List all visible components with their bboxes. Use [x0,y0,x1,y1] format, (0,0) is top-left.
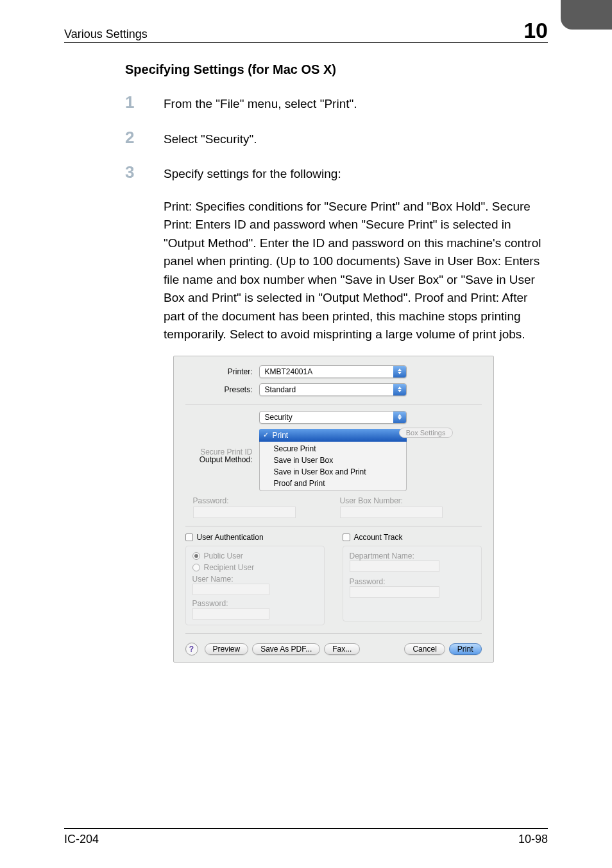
output-method-option[interactable]: Save in User Box [260,455,406,466]
divider [185,633,482,634]
account-track-password-input[interactable] [350,586,439,598]
header-section-title: Various Settings [64,28,148,41]
user-auth-label: User Authentication [197,533,264,542]
printer-select[interactable]: KMBT24001A [259,365,407,378]
account-track-panel: Department Name: Password: [343,546,482,621]
public-user-label: Public User [204,551,243,560]
account-track-label: Account Track [354,533,403,542]
user-box-number-label: User Box Number: [340,496,474,505]
preview-button[interactable]: Preview [205,643,249,655]
step-number: 1 [125,92,164,112]
output-method-selected: Print [273,431,289,440]
page-footer: IC-204 10-98 [64,828,548,846]
footer-right: 10-98 [518,833,548,846]
footer-left: IC-204 [64,833,99,846]
password-label: Password: [192,599,318,608]
header-chapter-number: 10 [523,19,548,41]
output-method-options: Secure Print Save in User Box Save in Us… [259,442,407,491]
password-label: Password: [350,577,475,586]
step-text: From the "File" menu, select "Print". [164,95,541,114]
user-box-number-input[interactable] [340,507,443,518]
output-method-select[interactable]: ✓ Print Secure Print Save in User Box Sa… [259,429,407,491]
page-tab-marker [561,0,612,30]
step-number: 3 [125,162,164,182]
step-3: 3 Specify settings for the following: [125,162,541,184]
step-description: Print: Specifies conditions for "Secure … [164,198,541,344]
divider [185,404,482,404]
recipient-user-label: Recipient User [204,563,255,572]
secure-print-password-input[interactable] [193,507,296,518]
running-header: Various Settings 10 [64,19,548,43]
updown-icon [393,384,406,395]
cancel-button[interactable]: Cancel [404,643,445,655]
output-method-option[interactable]: Secure Print [260,443,406,455]
divider [185,526,482,526]
printer-label: Printer: [185,367,259,376]
box-settings-button[interactable]: Box Settings [399,428,453,438]
printer-select-value: KMBT24001A [260,367,393,376]
password-label: Password: [193,496,327,505]
step-number: 2 [125,128,164,148]
check-icon: ✓ [263,431,269,439]
presets-select[interactable]: Standard [259,383,407,396]
output-method-option[interactable]: Save in User Box and Print [260,466,406,478]
output-method-option[interactable]: Proof and Print [260,478,406,489]
user-auth-checkbox[interactable] [185,534,193,541]
step-1: 1 From the "File" menu, select "Print". [125,92,541,114]
user-name-label: User Name: [192,575,318,584]
presets-label: Presets: [185,385,259,394]
help-icon[interactable]: ? [185,643,198,655]
user-name-input[interactable] [192,584,269,595]
pane-select[interactable]: Security [259,411,407,424]
recipient-user-radio[interactable] [192,564,200,571]
department-name-label: Department Name: [350,551,475,560]
user-auth-password-input[interactable] [192,608,269,620]
public-user-radio[interactable] [192,552,200,560]
print-button[interactable]: Print [449,643,482,655]
presets-select-value: Standard [260,385,393,394]
account-track-checkbox[interactable] [343,534,350,541]
step-text: Select "Security". [164,130,541,149]
pane-select-value: Security [260,413,393,422]
save-as-pdf-button[interactable]: Save As PDF... [252,643,320,655]
print-dialog: Printer: KMBT24001A Presets: Standard [173,356,494,663]
section-title: Specifying Settings (for Mac OS X) [125,62,541,77]
department-name-input[interactable] [350,560,439,572]
fax-button[interactable]: Fax... [324,643,360,655]
step-text: Specify settings for the following: [164,165,541,184]
updown-icon [393,412,406,423]
updown-icon [393,366,406,378]
user-auth-panel: Public User Recipient User User Name: Pa… [185,546,325,625]
output-method-label: Output Method: [185,455,259,464]
step-2: 2 Select "Security". [125,128,541,149]
